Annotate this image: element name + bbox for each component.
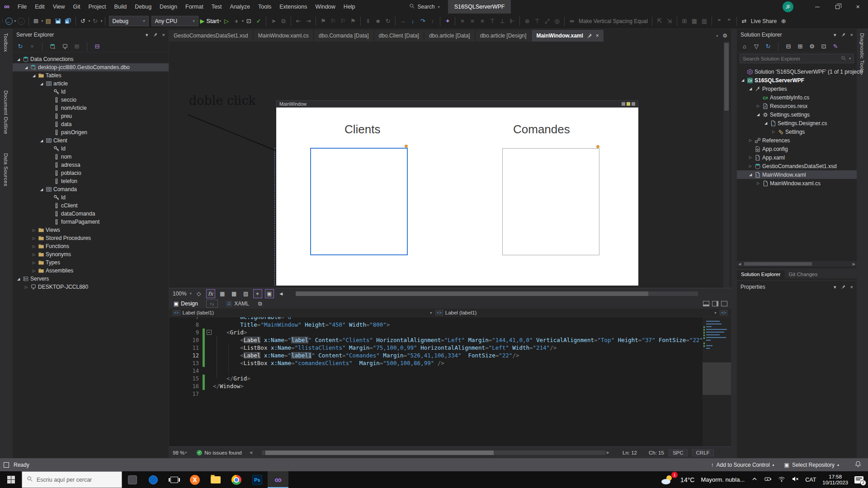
show-all-files-icon[interactable]: ⊞ bbox=[797, 41, 804, 52]
tab-dbo-client-data-[interactable]: dbo.Client [Data] bbox=[374, 30, 424, 42]
fit-selection-icon[interactable]: ◇ bbox=[194, 289, 203, 298]
code-line-9[interactable]: 9− <Grid> bbox=[169, 328, 731, 336]
solution-tree-item-app-xaml[interactable]: ▷App.xaml bbox=[737, 153, 857, 162]
restore-button[interactable] bbox=[827, 0, 848, 14]
snap-grid-icon[interactable]: ▩ bbox=[230, 289, 239, 298]
redo-icon[interactable]: ↻ bbox=[91, 16, 100, 27]
editor-zoom-value[interactable]: 98 % bbox=[173, 450, 184, 455]
prev-bookmark-icon[interactable]: ⚐ bbox=[329, 16, 338, 27]
snap-snaplines-toggle-icon[interactable]: ▣ bbox=[265, 289, 274, 298]
breadcrumb-segment[interactable]: <> Label (label1) bbox=[169, 310, 217, 315]
designed-label-comandes[interactable]: Comandes bbox=[513, 122, 570, 136]
xampp-icon[interactable]: X bbox=[184, 471, 205, 488]
clock-widget[interactable]: 17:58 10/11/2023 bbox=[822, 474, 848, 486]
issues-indicator[interactable]: ✓ No issues found bbox=[197, 450, 241, 455]
uncomment-icon[interactable]: ❞ bbox=[725, 16, 734, 27]
expander-closed-icon[interactable]: ▷ bbox=[31, 244, 37, 249]
panel-splitter[interactable] bbox=[731, 29, 737, 458]
tab-overflow-icon[interactable]: ▾ bbox=[716, 34, 718, 38]
tab-dbo-article-data-[interactable]: dbo.article [Data] bbox=[425, 30, 475, 42]
menu-item-help[interactable]: Help bbox=[340, 0, 359, 14]
menu-item-window[interactable]: Window bbox=[311, 0, 339, 14]
expander-open-icon[interactable]: ◢ bbox=[755, 113, 761, 117]
attach-icon[interactable]: ⊡ bbox=[244, 16, 253, 27]
pin-icon[interactable] bbox=[841, 32, 846, 38]
server-tree-item-telefon[interactable]: telefon bbox=[13, 177, 169, 185]
show-next-statement-icon[interactable]: → bbox=[398, 16, 407, 27]
designed-label-clients[interactable]: Clients bbox=[344, 122, 380, 136]
expander-closed-icon[interactable]: ▷ bbox=[747, 164, 754, 168]
align-bottoms-icon[interactable]: ⊩ bbox=[508, 16, 517, 27]
solution-tree-item-solution-s16sqlserverwpf-1-of-1-project[interactable]: Solution 'S16SQLServerWPF' (1 of 1 proje… bbox=[737, 67, 857, 76]
step-over-icon[interactable]: ↷ bbox=[418, 16, 427, 27]
dropdown-caret-icon[interactable]: ▾ bbox=[101, 19, 103, 23]
expander-open-icon[interactable]: ◢ bbox=[23, 66, 29, 70]
menu-item-analyze[interactable]: Analyze bbox=[226, 0, 254, 14]
designed-listbox-llistaClients[interactable] bbox=[310, 148, 408, 255]
expander-closed-icon[interactable]: ▷ bbox=[755, 104, 761, 108]
expander-closed-icon[interactable]: ▷ bbox=[31, 269, 37, 273]
solution-tree-item-gestiocomandesdataset1-xsd[interactable]: ▷GestioComandesDataSet1.xsd bbox=[737, 162, 857, 170]
align-rights-icon[interactable]: ≡ bbox=[478, 16, 487, 27]
start-debugging-button[interactable]: ▶Start▾ bbox=[200, 16, 221, 27]
cursor-column-indicator[interactable]: Ch: 15 bbox=[649, 450, 664, 455]
tab-dbo-comanda-data-[interactable]: dbo.Comanda [Data] bbox=[314, 30, 373, 42]
add-participant-icon[interactable]: ⊕ bbox=[779, 16, 788, 27]
zoom-caret-icon[interactable]: ▾ bbox=[190, 291, 192, 296]
keyboard-language-indicator[interactable]: CAT bbox=[805, 477, 816, 483]
expander-closed-icon[interactable]: ▷ bbox=[31, 261, 37, 265]
start-button[interactable] bbox=[0, 471, 22, 488]
task-view-icon[interactable] bbox=[164, 471, 184, 488]
solution-tree-item-settings-designer-cs[interactable]: ◢Settings.Designer.cs bbox=[737, 119, 857, 127]
menu-item-build[interactable]: Build bbox=[110, 0, 131, 14]
align-lefts-icon[interactable]: ≡ bbox=[458, 16, 467, 27]
dropdown-caret-icon[interactable]: ▾ bbox=[14, 19, 16, 23]
server-tree-item-adressa[interactable]: adressa bbox=[13, 161, 169, 169]
temperature-value[interactable]: 14°C bbox=[680, 476, 694, 483]
make-same-width-icon[interactable]: ⊛ bbox=[523, 16, 532, 27]
tab-diagnostic-tools[interactable]: Diagnostic Tools bbox=[859, 33, 865, 73]
expander-closed-icon[interactable]: ▷ bbox=[31, 228, 37, 232]
server-tree-item-article[interactable]: ◢article bbox=[13, 80, 169, 88]
menu-item-test[interactable]: Test bbox=[208, 0, 226, 14]
server-tree-item-types[interactable]: ▷Types bbox=[13, 258, 169, 267]
effects-toggle-icon[interactable]: fx bbox=[206, 289, 215, 298]
code-line-11[interactable]: 11 <ListBox x:Name="llistaClients" Margi… bbox=[169, 344, 731, 352]
solution-tree-item-properties[interactable]: ◢Properties bbox=[737, 84, 857, 93]
stop-refresh-icon[interactable]: × bbox=[28, 41, 36, 52]
window-position-icon[interactable]: ▾ bbox=[834, 32, 836, 38]
server-tree-item-assemblies[interactable]: ▷Assemblies bbox=[13, 267, 169, 275]
new-connection-icon[interactable]: ⊞ bbox=[73, 41, 80, 52]
menu-item-tools[interactable]: Tools bbox=[254, 0, 275, 14]
collapse-all-icon[interactable]: ⊟ bbox=[785, 41, 792, 52]
code-line-14[interactable]: 14 bbox=[169, 367, 731, 375]
action-center-icon[interactable]: 2 bbox=[854, 476, 863, 483]
solution-tree-item-settings[interactable]: ▷Settings bbox=[737, 127, 857, 136]
designed-window[interactable]: MainWindow Clients Comandes bbox=[276, 100, 638, 286]
show-criteria-pane-icon[interactable]: ▥ bbox=[700, 16, 709, 27]
switch-views-icon[interactable]: ⌂ bbox=[741, 41, 748, 52]
wpf-designer-surface[interactable]: MainWindow Clients Comandes bbox=[169, 42, 731, 288]
solution-tree-item-app-config[interactable]: App.config bbox=[737, 145, 857, 153]
expander-open-icon[interactable]: ◢ bbox=[15, 57, 22, 61]
menu-item-extensions[interactable]: Extensions bbox=[275, 0, 311, 14]
bring-to-front-icon[interactable]: ⇱ bbox=[655, 16, 664, 27]
horizontal-spacing-icon[interactable]: ⇹ bbox=[567, 16, 576, 27]
server-tree-item-id[interactable]: Id bbox=[13, 145, 169, 153]
server-tree-item-nom[interactable]: nom bbox=[13, 153, 169, 161]
server-tree-item-datacomanda[interactable]: dataComanda bbox=[13, 210, 169, 218]
start-without-debugging-icon[interactable]: ▷ bbox=[222, 16, 231, 27]
code-line-13[interactable]: 13 <ListBox x:Name="comandesClients" Mar… bbox=[169, 359, 731, 367]
refresh-icon[interactable]: ↻ bbox=[17, 41, 24, 52]
select-repository-button[interactable]: ▣ Select Repository ▴ bbox=[784, 462, 839, 468]
align-centers-icon[interactable]: ≡ bbox=[468, 16, 477, 27]
outdent-icon[interactable]: ⇤ bbox=[294, 16, 303, 27]
designed-listbox-comandesClients[interactable] bbox=[502, 148, 599, 255]
menu-item-edit[interactable]: Edit bbox=[31, 0, 49, 14]
show-grid-icon[interactable]: ▦ bbox=[218, 289, 227, 298]
code-line-17[interactable]: 17 bbox=[169, 390, 731, 398]
expander-closed-icon[interactable]: ▷ bbox=[747, 138, 754, 142]
window-position-icon[interactable]: ▾ bbox=[146, 32, 148, 38]
volume-muted-icon[interactable] bbox=[792, 475, 799, 484]
toolbar-grip[interactable]: ⁞ bbox=[2, 19, 3, 23]
